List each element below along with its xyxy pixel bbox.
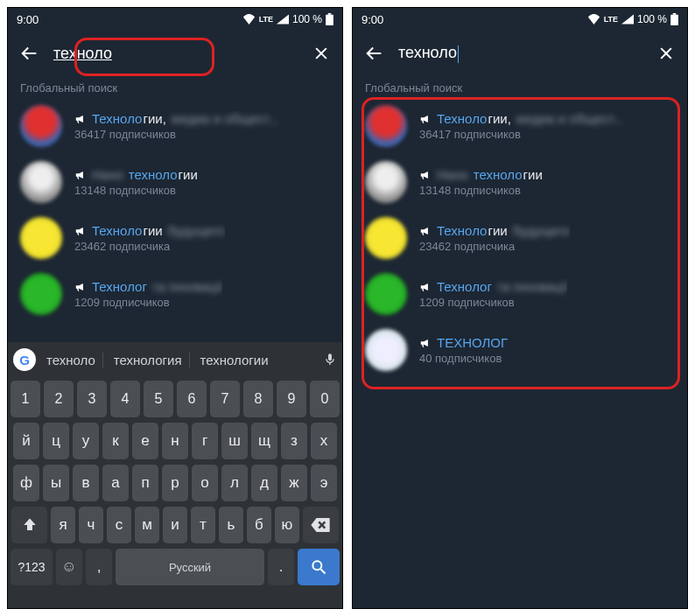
key[interactable]: к bbox=[102, 423, 129, 459]
suggestion[interactable]: техноло bbox=[39, 353, 103, 368]
result-sub: 1209 подписчиков bbox=[74, 296, 222, 309]
key[interactable] bbox=[298, 549, 340, 585]
key[interactable]: ы bbox=[43, 465, 69, 501]
key[interactable]: 0 bbox=[310, 381, 340, 417]
avatar bbox=[20, 105, 62, 147]
key[interactable] bbox=[303, 507, 339, 543]
key[interactable]: 1 bbox=[11, 381, 40, 417]
key[interactable]: 7 bbox=[210, 381, 240, 417]
key[interactable]: , bbox=[86, 549, 112, 585]
megaphone-icon bbox=[74, 113, 87, 125]
result-title: Нанотехнологии bbox=[74, 167, 198, 182]
avatar bbox=[20, 273, 62, 315]
key[interactable]: е bbox=[132, 423, 158, 459]
back-icon[interactable] bbox=[20, 44, 39, 63]
key[interactable]: й bbox=[13, 423, 39, 459]
megaphone-icon bbox=[419, 337, 432, 349]
avatar bbox=[365, 161, 407, 203]
key[interactable]: в bbox=[73, 465, 99, 501]
result-text: Технологиибудущего23462 подписчика bbox=[74, 223, 225, 253]
megaphone-icon bbox=[419, 113, 432, 125]
key[interactable]: х bbox=[311, 423, 337, 459]
key[interactable]: м bbox=[135, 507, 159, 543]
key[interactable]: щ bbox=[251, 423, 277, 459]
mic-icon[interactable] bbox=[323, 351, 337, 368]
search-input[interactable]: техноло bbox=[398, 44, 643, 62]
result-sub: 36417 подписчиков bbox=[74, 128, 279, 141]
svg-rect-4 bbox=[673, 13, 677, 15]
result-item[interactable]: ТЕХНОЛОГ40 подписчиков bbox=[353, 322, 687, 378]
key[interactable]: г bbox=[192, 423, 218, 459]
result-item[interactable]: Технологиибудущего23462 подписчика bbox=[8, 210, 342, 266]
key[interactable]: 5 bbox=[144, 381, 173, 417]
key[interactable]: т bbox=[191, 507, 215, 543]
avatar bbox=[20, 161, 62, 203]
key[interactable]: ь bbox=[219, 507, 243, 543]
key[interactable]: р bbox=[162, 465, 188, 501]
back-icon[interactable] bbox=[365, 44, 384, 63]
section-label: Глобальный поиск bbox=[8, 76, 342, 98]
result-item[interactable]: Нанотехнологии13148 подписчиков bbox=[353, 154, 687, 210]
key[interactable]: о bbox=[192, 465, 218, 501]
result-sub: 13148 подписчиков bbox=[74, 184, 198, 197]
keyboard: 1234567890йцукенгшщзхфывапролджэячсмитьб… bbox=[8, 377, 342, 609]
search-input[interactable]: техноло bbox=[53, 45, 298, 63]
signal-icon bbox=[277, 14, 289, 24]
status-bar: 9:00 LTE 100 % bbox=[353, 8, 687, 31]
key[interactable]: Русский bbox=[116, 549, 264, 585]
svg-rect-3 bbox=[670, 15, 678, 25]
result-title: ТЕХНОЛОГ bbox=[419, 335, 508, 350]
key[interactable]: 6 bbox=[177, 381, 207, 417]
key[interactable]: п bbox=[132, 465, 158, 501]
key[interactable]: б bbox=[247, 507, 271, 543]
key[interactable]: ☺ bbox=[56, 549, 82, 585]
key[interactable]: у bbox=[73, 423, 99, 459]
key[interactable]: з bbox=[281, 423, 307, 459]
svg-rect-0 bbox=[326, 15, 333, 25]
result-title: Технологии,медиа и общест... bbox=[74, 111, 279, 126]
key[interactable]: ш bbox=[221, 423, 248, 459]
phone-left: 9:00 LTE 100 % техноло Глобальный поиск … bbox=[7, 7, 343, 609]
suggestion[interactable]: технологии bbox=[193, 353, 276, 368]
result-sub: 23462 подписчика bbox=[74, 240, 225, 253]
key[interactable]: ц bbox=[43, 423, 69, 459]
result-item[interactable]: Технологта Інновації1209 подписчиков bbox=[353, 266, 687, 322]
result-title: Нанотехнологии bbox=[419, 167, 543, 182]
google-icon[interactable]: G bbox=[13, 348, 36, 371]
suggestion[interactable]: технология bbox=[107, 353, 190, 368]
key[interactable] bbox=[11, 507, 47, 543]
key[interactable]: я bbox=[51, 507, 75, 543]
key[interactable]: ф bbox=[13, 465, 39, 501]
key[interactable]: 8 bbox=[243, 381, 273, 417]
key[interactable]: н bbox=[162, 423, 188, 459]
key[interactable]: д bbox=[251, 465, 277, 501]
results: Технологии,медиа и общест...36417 подпис… bbox=[8, 98, 342, 322]
result-item[interactable]: Технологиибудущего23462 подписчика bbox=[353, 210, 687, 266]
status-time: 9:00 bbox=[362, 13, 383, 26]
key[interactable]: ю bbox=[275, 507, 299, 543]
key[interactable]: э bbox=[311, 465, 337, 501]
result-item[interactable]: Технологии,медиа и общест...36417 подпис… bbox=[8, 98, 342, 154]
megaphone-icon bbox=[419, 169, 432, 181]
key[interactable]: и bbox=[163, 507, 187, 543]
result-text: Технологиибудущего23462 подписчика bbox=[419, 223, 570, 253]
result-item[interactable]: Технологта Інновації1209 подписчиков bbox=[8, 266, 342, 322]
battery-pct: 100 % bbox=[292, 13, 322, 25]
key[interactable]: 3 bbox=[77, 381, 107, 417]
key[interactable]: 9 bbox=[277, 381, 306, 417]
key[interactable]: ч bbox=[79, 507, 103, 543]
result-item[interactable]: Нанотехнологии13148 подписчиков bbox=[8, 154, 342, 210]
key[interactable]: ж bbox=[281, 465, 307, 501]
key[interactable]: . bbox=[268, 549, 294, 585]
key[interactable]: а bbox=[102, 465, 129, 501]
key[interactable]: с bbox=[107, 507, 131, 543]
key[interactable]: ?123 bbox=[11, 549, 53, 585]
key[interactable]: л bbox=[221, 465, 248, 501]
result-item[interactable]: Технологии,медиа и общест...36417 подпис… bbox=[353, 98, 687, 154]
key[interactable]: 4 bbox=[110, 381, 140, 417]
close-icon[interactable] bbox=[312, 45, 330, 62]
key[interactable]: 2 bbox=[44, 381, 74, 417]
status-right: LTE 100 % bbox=[587, 13, 678, 25]
close-icon[interactable] bbox=[657, 45, 675, 62]
wifi-icon bbox=[242, 14, 256, 24]
